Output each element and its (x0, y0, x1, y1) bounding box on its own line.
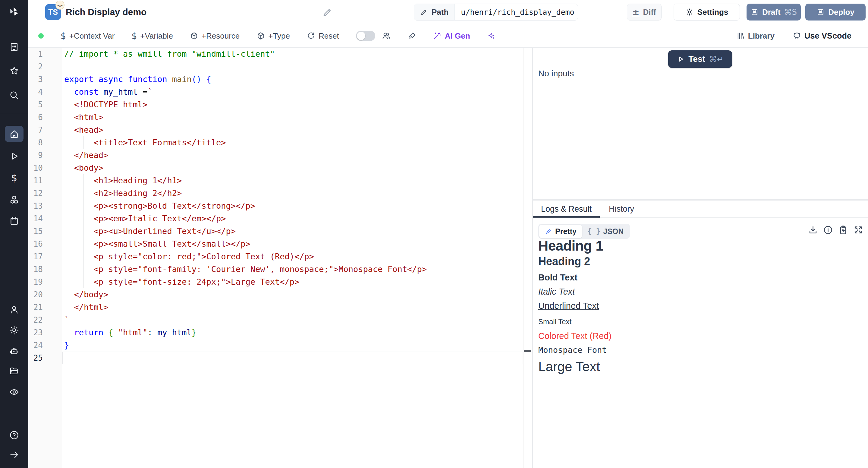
code-line-9[interactable]: 9 </head> (28, 149, 532, 162)
reset-button[interactable]: Reset (307, 31, 339, 41)
add-type-button[interactable]: +Type (256, 31, 290, 41)
current-line-highlight (62, 352, 523, 364)
code-line-24[interactable]: 24} (28, 339, 532, 352)
result-item-h2: Heading 2 (538, 255, 840, 268)
test-shortcut: ⌘↵ (709, 55, 724, 64)
settings-icon[interactable] (8, 324, 20, 336)
use-vscode-button[interactable]: Use VScode (793, 31, 851, 41)
code-line-5[interactable]: 5 <!DOCTYPE html> (28, 98, 532, 111)
info-icon (823, 225, 833, 235)
code-line-22[interactable]: 22` (28, 314, 532, 326)
package-icon (190, 32, 198, 40)
code-line-16[interactable]: 16 <p><small>Small Text</small></p> (28, 238, 532, 250)
users-icon (382, 31, 391, 40)
path-label-segment[interactable]: Path (414, 4, 455, 20)
workspace-icon[interactable] (8, 41, 20, 53)
workers-icon[interactable] (8, 345, 20, 357)
download-result-button[interactable] (808, 225, 818, 235)
add-context-var-button[interactable]: $ +Context Var (61, 31, 115, 41)
folders-icon[interactable] (8, 365, 20, 377)
code-line-1[interactable]: 1// import * as wmill from "windmill-cli… (28, 48, 532, 60)
ai-gen-button[interactable]: AI Gen (433, 31, 470, 41)
braces-icon: { } (587, 227, 600, 235)
code-line-3[interactable]: 3export async function main() { (28, 73, 532, 86)
diff-button[interactable]: ± Diff (627, 4, 661, 21)
settings-button[interactable]: Settings (674, 4, 740, 21)
tab-history[interactable]: History (609, 204, 634, 214)
sidebar-divider (0, 114, 28, 114)
format-code-button[interactable] (408, 32, 416, 40)
code-lines: 1// import * as wmill from "windmill-cli… (28, 48, 532, 364)
tab-logs-result[interactable]: Logs & Result (533, 201, 600, 217)
home-icon (9, 129, 19, 139)
library-button[interactable]: Library (736, 31, 775, 41)
rendered-result: Heading 1Heading 2Bold TextItalic TextUn… (538, 238, 840, 375)
sidebar-item-home[interactable] (5, 126, 24, 142)
diff-label: Diff (643, 7, 656, 17)
settings-label: Settings (698, 7, 728, 17)
code-line-11[interactable]: 11 <h1>Heading 1</h1> (28, 174, 532, 187)
path-value: u/henri/rich_display_demo (455, 4, 578, 20)
code-line-7[interactable]: 7 <head> (28, 124, 532, 136)
code-line-6[interactable]: 6 <html> (28, 111, 532, 124)
code-line-12[interactable]: 12 <h2>Heading 2</h2> (28, 187, 532, 200)
collab-toggle[interactable] (356, 31, 375, 41)
wand-icon (433, 32, 441, 40)
search-icon[interactable] (8, 89, 20, 101)
add-variable-button[interactable]: $ +Variable (131, 31, 173, 41)
expand-result-button[interactable] (853, 225, 863, 235)
code-line-21[interactable]: 21 </html> (28, 301, 532, 314)
code-line-19[interactable]: 19 <p style="font-size: 24px;">Large Tex… (28, 275, 532, 288)
add-variable-label: +Variable (140, 31, 173, 41)
code-line-20[interactable]: 20 </body> (28, 288, 532, 301)
windmill-logo-icon[interactable] (8, 5, 20, 18)
sparkles-icon (487, 32, 495, 40)
audit-logs-icon[interactable] (8, 386, 20, 398)
editor-edge (524, 48, 524, 468)
edit-summary-icon[interactable] (322, 7, 333, 18)
result-item-small: Small Text (538, 318, 840, 326)
draft-label: Draft (762, 7, 781, 17)
code-line-8[interactable]: 8 <title>Text Formats</title> (28, 136, 532, 149)
help-icon[interactable] (8, 429, 20, 441)
refresh-icon (307, 32, 315, 40)
result-item-h1: Heading 1 (538, 238, 840, 254)
copy-result-button[interactable] (838, 225, 848, 235)
save-icon (750, 8, 758, 16)
json-view-button[interactable]: { } JSON (582, 225, 629, 238)
resources-icon[interactable] (8, 194, 20, 206)
code-line-17[interactable]: 17 <p style="color: red;">Colored Text (… (28, 250, 532, 263)
code-editor[interactable]: 1// import * as wmill from "windmill-cli… (28, 48, 532, 468)
sparkles-button[interactable] (487, 32, 495, 40)
code-line-18[interactable]: 18 <p style="font-family: 'Courier New',… (28, 263, 532, 275)
pretty-view-button[interactable]: Pretty (539, 225, 582, 238)
library-label: Library (748, 31, 775, 41)
add-resource-button[interactable]: +Resource (190, 31, 240, 41)
code-line-14[interactable]: 14 <p><em>Italic Text</em></p> (28, 212, 532, 225)
add-context-var-label: +Context Var (69, 31, 115, 41)
code-line-23[interactable]: 23 return { "html": my_html} (28, 326, 532, 339)
expand-sidebar-icon[interactable] (8, 449, 20, 461)
code-line-4[interactable]: 4 const my_html =` (28, 86, 532, 98)
panel-splitter-vertical[interactable] (532, 48, 533, 468)
path-field[interactable]: Path u/henri/rich_display_demo (414, 4, 578, 21)
runs-icon[interactable] (8, 150, 20, 162)
active-tab-underline (533, 216, 600, 218)
package-icon (256, 32, 265, 40)
result-info-button[interactable] (823, 225, 833, 235)
code-line-15[interactable]: 15 <p><u>Underlined Text</u></p> (28, 225, 532, 238)
result-item-red: Colored Text (Red) (538, 331, 840, 341)
favorites-icon[interactable] (8, 65, 20, 77)
draft-button[interactable]: Draft ⌘S (747, 4, 801, 21)
test-button[interactable]: Test ⌘↵ (668, 50, 732, 68)
code-line-13[interactable]: 13 <p><strong>Bold Text</strong></p> (28, 200, 532, 212)
draft-shortcut: ⌘S (784, 7, 797, 17)
schedules-icon[interactable] (8, 215, 20, 227)
overview-cursor-marker (524, 350, 531, 352)
right-panel: Test ⌘↵ No inputs Logs & Result History … (533, 48, 868, 468)
user-icon[interactable] (8, 304, 20, 316)
code-line-10[interactable]: 10 <body> (28, 162, 532, 174)
code-line-2[interactable]: 2 (28, 60, 532, 73)
deploy-button[interactable]: Deploy (805, 4, 866, 21)
variables-icon[interactable]: $ (8, 172, 20, 184)
